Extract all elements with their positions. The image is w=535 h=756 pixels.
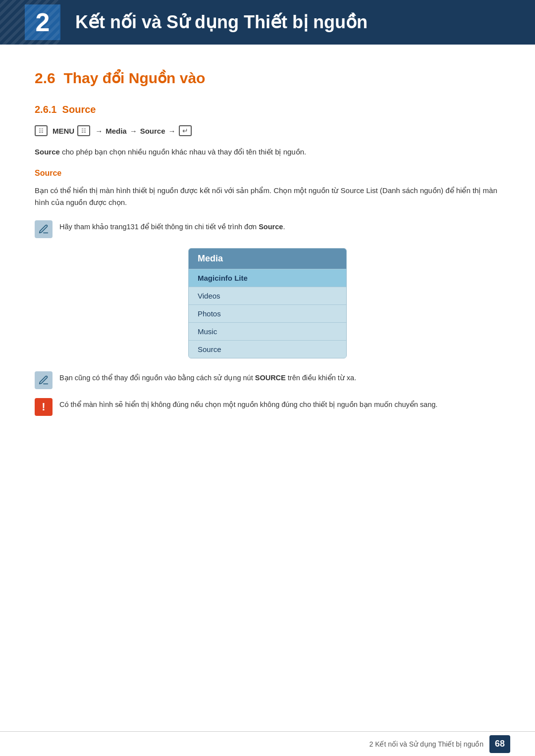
media-item-photos[interactable]: Photos [189, 304, 346, 322]
warning-row: ! Có thể màn hình sẽ hiển thị không đúng… [35, 397, 500, 416]
footer-chapter-text: 2 Kết nối và Sử dụng Thiết bị nguồn [369, 740, 483, 748]
note-row-2: Bạn cũng có thể thay đổi nguồn vào bằng … [35, 370, 500, 389]
note-pencil-icon-2 [35, 371, 53, 389]
chapter-banner: 2 Kết nối và Sử dụng Thiết bị nguồn [0, 0, 535, 45]
media-item-magicinfo[interactable]: Magicinfo Lite [189, 269, 346, 287]
note-text-2: Bạn cũng có thể thay đổi nguồn vào bằng … [59, 370, 356, 384]
chapter-title: Kết nối và Sử dụng Thiết bị nguồn [75, 12, 368, 33]
menu-arrow1: → [95, 127, 103, 135]
note-text-1: Hãy tham khảo trang131 để biết thông tin… [59, 219, 285, 233]
subsection-heading: 2.6.1 Source [35, 104, 500, 115]
media-dropdown-wrapper: Media Magicinfo Lite Videos Photos Music… [35, 248, 500, 358]
media-dropdown: Media Magicinfo Lite Videos Photos Music… [188, 248, 347, 358]
media-item-music[interactable]: Music [189, 322, 346, 340]
menu-media: Media [106, 127, 127, 135]
media-header: Media [189, 249, 346, 269]
body-text-2: Bạn có thể hiển thị màn hình thiết bị ng… [35, 185, 500, 208]
warning-text: Có thể màn hình sẽ hiển thị không đúng n… [59, 397, 437, 410]
media-item-source[interactable]: Source [189, 340, 346, 358]
note-row-1: Hãy tham khảo trang131 để biết thông tin… [35, 219, 500, 238]
footer-page-number: 68 [489, 735, 510, 753]
menu-label: MENU [53, 127, 74, 135]
media-item-videos[interactable]: Videos [189, 287, 346, 304]
source-subheading: Source [35, 169, 500, 178]
menu-icon: ☷ [35, 125, 48, 136]
body-text-1: Source cho phép bạn chọn nhiều nguồn khá… [35, 146, 500, 158]
chapter-number-box: 2 [25, 4, 60, 40]
menu-path: ☷ MENU ☷ → Media → Source → ↵ [35, 125, 500, 136]
page-footer: 2 Kết nối và Sử dụng Thiết bị nguồn 68 [0, 731, 535, 756]
menu-arrow2: → [130, 127, 137, 135]
menu-arrow3: → [168, 127, 176, 135]
menu-grid-icon: ☷ [77, 125, 90, 136]
section-heading: 2.6 Thay đổi Nguồn vào [35, 69, 500, 87]
main-content: 2.6 Thay đổi Nguồn vào 2.6.1 Source ☷ ME… [0, 45, 535, 463]
chapter-number: 2 [36, 9, 50, 35]
warning-icon: ! [35, 398, 53, 416]
enter-icon: ↵ [179, 125, 192, 136]
menu-source: Source [140, 127, 165, 135]
note-pencil-icon [35, 220, 53, 238]
